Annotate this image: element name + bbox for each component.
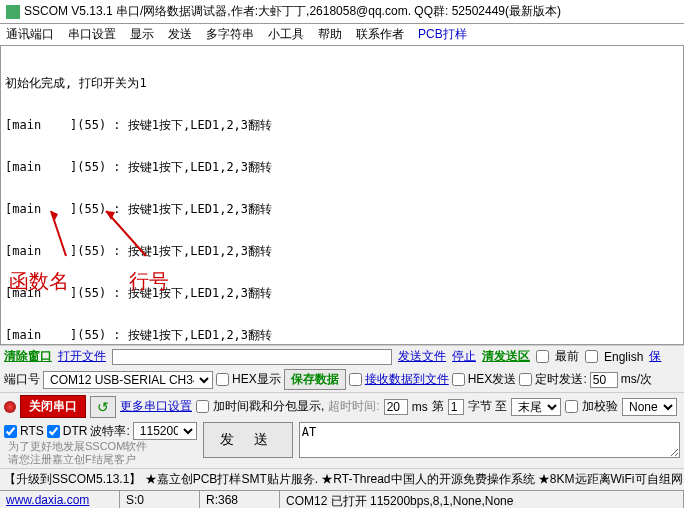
clear-send-button[interactable]: 清发送区: [482, 348, 530, 365]
toolbar-console: 清除窗口 打开文件 发送文件 停止 清发送区 最前 English 保: [0, 345, 684, 367]
send-textarea[interactable]: AT: [299, 422, 680, 458]
send-file-button[interactable]: 发送文件: [398, 348, 446, 365]
console-line: [main ](55) : 按键1按下,LED1,2,3翻转: [5, 328, 679, 342]
rts-checkbox[interactable]: [4, 425, 17, 438]
status-sent: S:0: [120, 491, 200, 508]
hex-send-checkbox[interactable]: [452, 373, 465, 386]
promo-bar: 【升级到SSCOM5.13.1】 ★嘉立创PCB打样SMT贴片服务. ★RT-T…: [0, 468, 684, 490]
menu-multistring[interactable]: 多字符串: [206, 26, 254, 43]
menu-bar: 通讯端口 串口设置 显示 发送 多字符串 小工具 帮助 联系作者 PCB打样: [0, 24, 684, 45]
record-icon: [4, 401, 16, 413]
status-bar: www.daxia.com S:0 R:368 COM12 已打开 115200…: [0, 490, 684, 508]
console-line: 初始化完成, 打印开关为1: [5, 76, 679, 90]
title-bar: SSCOM V5.13.1 串口/网络数据调试器,作者:大虾丁丁,2618058…: [0, 0, 684, 24]
console-line: [main ](55) : 按键1按下,LED1,2,3翻转: [5, 160, 679, 174]
menu-tools[interactable]: 小工具: [268, 26, 304, 43]
send-button[interactable]: 发 送: [203, 422, 293, 458]
open-file-button[interactable]: 打开文件: [58, 348, 106, 365]
baud-select[interactable]: 115200: [133, 422, 197, 440]
control-panel: 关闭串口 ↺ 更多串口设置 加时间戳和分包显示, 超时时间: ms 第 字节 至…: [0, 392, 684, 420]
console-line: [main ](55) : 按键1按下,LED1,2,3翻转: [5, 118, 679, 132]
file-path-input[interactable]: [112, 349, 392, 365]
clear-window-button[interactable]: 清除窗口: [4, 348, 52, 365]
timestamp-checkbox[interactable]: [196, 400, 209, 413]
send-row: RTS DTR 波特率: 115200 为了更好地发展SSCOM软件 请您注册嘉…: [0, 420, 684, 468]
menu-help[interactable]: 帮助: [318, 26, 342, 43]
hint-text: 为了更好地发展SSCOM软件: [4, 440, 197, 453]
timed-send-checkbox[interactable]: [519, 373, 532, 386]
port-label: 端口号: [4, 371, 40, 388]
console-line: [main ](55) : 按键1按下,LED1,2,3翻转: [5, 202, 679, 216]
crc-select[interactable]: None: [622, 398, 677, 416]
menu-display[interactable]: 显示: [130, 26, 154, 43]
reload-button[interactable]: ↺: [90, 396, 116, 418]
recv-to-file-checkbox[interactable]: [349, 373, 362, 386]
timed-ms-input[interactable]: [590, 372, 618, 388]
english-checkbox[interactable]: [585, 350, 598, 363]
crc-checkbox[interactable]: [565, 400, 578, 413]
status-info: COM12 已打开 115200bps,8,1,None,None: [280, 491, 684, 508]
save-param-button[interactable]: 保: [649, 348, 661, 365]
menu-contact[interactable]: 联系作者: [356, 26, 404, 43]
menu-settings[interactable]: 串口设置: [68, 26, 116, 43]
stop-button[interactable]: 停止: [452, 348, 476, 365]
app-icon: [6, 5, 20, 19]
dtr-checkbox[interactable]: [47, 425, 60, 438]
topmost-checkbox[interactable]: [536, 350, 549, 363]
close-port-button[interactable]: 关闭串口: [20, 395, 86, 418]
console-line: [main ](55) : 按键1按下,LED1,2,3翻转: [5, 244, 679, 258]
menu-port[interactable]: 通讯端口: [6, 26, 54, 43]
window-title: SSCOM V5.13.1 串口/网络数据调试器,作者:大虾丁丁,2618058…: [24, 3, 561, 20]
timeout-input[interactable]: [384, 399, 408, 415]
end-select[interactable]: 末尾: [511, 398, 561, 416]
menu-send[interactable]: 发送: [168, 26, 192, 43]
port-select[interactable]: COM12 USB-SERIAL CH340: [43, 371, 213, 389]
toolbar-port: 端口号 COM12 USB-SERIAL CH340 HEX显示 保存数据 接收…: [0, 367, 684, 392]
save-data-button[interactable]: 保存数据: [284, 369, 346, 390]
packet-input[interactable]: [448, 399, 464, 415]
hex-show-checkbox[interactable]: [216, 373, 229, 386]
more-settings-button[interactable]: 更多串口设置: [120, 398, 192, 415]
menu-pcb[interactable]: PCB打样: [418, 26, 467, 43]
console-line: [main ](55) : 按键1按下,LED1,2,3翻转: [5, 286, 679, 300]
console-output[interactable]: 初始化完成, 打印开关为1 [main ](55) : 按键1按下,LED1,2…: [0, 45, 684, 345]
status-recv: R:368: [200, 491, 280, 508]
status-url[interactable]: www.daxia.com: [0, 491, 120, 508]
hint-text: 请您注册嘉立创F结尾客户: [4, 453, 197, 466]
